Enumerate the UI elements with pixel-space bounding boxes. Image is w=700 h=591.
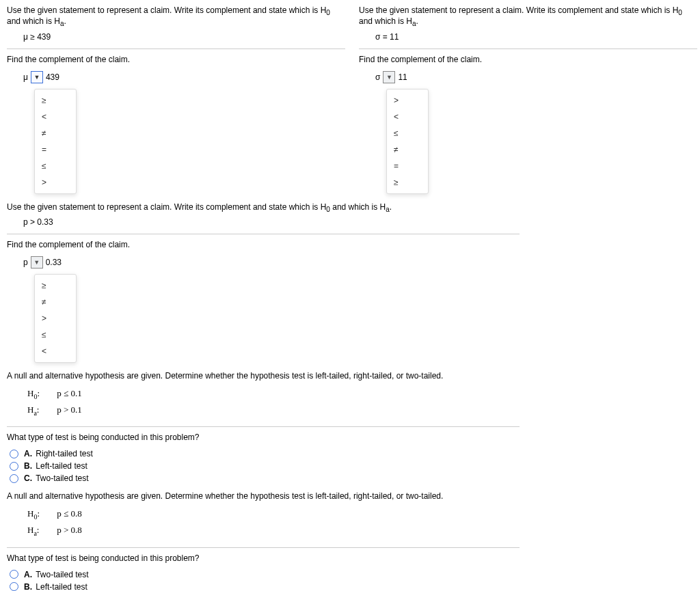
opt-letter: B. — [24, 461, 32, 471]
q1-option[interactable]: ≥ — [35, 92, 76, 109]
opt-text: Two-tailed test — [36, 473, 88, 483]
q3-find: Find the complement of the claim. — [7, 240, 520, 249]
q1-option[interactable]: < — [35, 109, 76, 125]
opt-text: Two-tailed test — [36, 570, 88, 579]
q3-option[interactable]: > — [35, 310, 76, 327]
q4-option-b[interactable]: B. Left-tailed test — [10, 461, 520, 471]
q5-option-b[interactable]: B. Left-tailed test — [10, 582, 520, 591]
q4-h0-expr: p ≤ 0.1 — [57, 388, 81, 398]
q4-option-c[interactable]: C. Two-tailed test — [10, 473, 520, 483]
divider — [7, 426, 520, 427]
q2-prompt-text-2: and which is H — [359, 16, 412, 26]
q1-claim: μ ≥ 439 — [7, 32, 345, 42]
radio-icon[interactable] — [10, 570, 18, 579]
q5-option-a[interactable]: A. Two-tailed test — [10, 570, 520, 579]
q3-value: 0.33 — [46, 258, 62, 267]
q2-option[interactable]: < — [387, 109, 428, 125]
q1-dropdown-trigger[interactable]: ▼ — [31, 71, 43, 83]
sub-0: 0 — [326, 9, 330, 16]
q4-h0: H0: p ≤ 0.1 — [27, 386, 520, 402]
q1-prompt-text-1: Use the given statement to represent a c… — [7, 5, 326, 15]
h-label: H — [27, 525, 33, 535]
q4-ha-expr: p > 0.1 — [57, 404, 82, 415]
q1-option[interactable]: = — [35, 141, 76, 158]
q1-find: Find the complement of the claim. — [7, 55, 345, 64]
q2-prompt-text-1: Use the given statement to represent a c… — [359, 5, 678, 15]
radio-icon[interactable] — [10, 474, 18, 483]
q3-option[interactable]: ≠ — [35, 294, 76, 310]
q2-param: σ — [375, 72, 380, 82]
q2-value: 11 — [398, 72, 407, 82]
opt-letter: A. — [24, 449, 32, 458]
q5-hypotheses: H0: p ≤ 0.8 Ha: p > 0.8 — [7, 506, 520, 538]
q1-prompt-text-3: . — [64, 16, 66, 26]
q2-claim: σ = 11 — [359, 32, 697, 42]
opt-text: Right-tailed test — [36, 449, 92, 458]
q1-option[interactable]: > — [35, 174, 76, 191]
q1-dropdown-list: ≥ < ≠ = ≤ > — [34, 89, 77, 194]
q2-find: Find the complement of the claim. — [359, 55, 697, 64]
q1-prompt-text-2: and which is H — [7, 16, 60, 26]
q2-option[interactable]: ≠ — [387, 141, 428, 158]
opt-text: Left-tailed test — [36, 582, 87, 591]
q2-option[interactable]: ≤ — [387, 125, 428, 141]
q3-option[interactable]: < — [35, 343, 76, 359]
question-2: Use the given statement to represent a c… — [359, 5, 697, 194]
h-label: H — [27, 508, 33, 519]
q4-question: What type of test is being conducted in … — [7, 432, 520, 442]
question-3: Use the given statement to represent a c… — [7, 202, 520, 363]
q3-option[interactable]: ≤ — [35, 327, 76, 343]
q2-prompt-text-3: . — [416, 16, 418, 26]
h-label: H — [27, 404, 33, 415]
q3-param: p — [23, 258, 28, 267]
q1-param: μ — [23, 72, 28, 82]
q5-question: What type of test is being conducted in … — [7, 553, 520, 563]
q3-dropdown-trigger[interactable]: ▼ — [31, 256, 43, 269]
q4-prompt: A null and alternative hypothesis are gi… — [7, 371, 520, 381]
q3-complement-row: p ▼ 0.33 — [7, 256, 520, 269]
question-5: A null and alternative hypothesis are gi… — [7, 491, 520, 591]
q3-prompt-text-1: Use the given statement to represent a c… — [7, 202, 326, 212]
radio-icon[interactable] — [10, 462, 18, 471]
h-label: H — [27, 388, 33, 398]
q2-prompt: Use the given statement to represent a c… — [359, 5, 697, 28]
q3-prompt-text-3: . — [390, 202, 392, 212]
radio-icon[interactable] — [10, 582, 18, 591]
q5-h0-expr: p ≤ 0.8 — [57, 508, 81, 519]
q1-option[interactable]: ≠ — [35, 125, 76, 141]
q1-complement-row: μ ▼ 439 — [7, 71, 345, 83]
divider — [359, 49, 697, 49]
opt-letter: A. — [24, 570, 32, 579]
q2-dropdown-trigger[interactable]: ▼ — [383, 71, 395, 83]
q3-prompt-text-2: and which is H — [330, 202, 386, 212]
q4-ha: Ha: p > 0.1 — [27, 402, 520, 419]
q5-h0: H0: p ≤ 0.8 — [27, 506, 520, 523]
opt-letter: B. — [24, 582, 32, 591]
top-row: Use the given statement to represent a c… — [7, 5, 693, 194]
question-4: A null and alternative hypothesis are gi… — [7, 371, 520, 483]
q5-ha-expr: p > 0.8 — [57, 525, 82, 535]
divider — [7, 49, 345, 49]
q5-ha: Ha: p > 0.8 — [27, 523, 520, 539]
opt-text: Left-tailed test — [36, 461, 87, 471]
radio-icon[interactable] — [10, 450, 18, 458]
q2-option[interactable]: = — [387, 158, 428, 174]
q2-complement-row: σ ▼ 11 — [359, 71, 697, 83]
q3-claim: p > 0.33 — [7, 217, 520, 227]
q1-prompt: Use the given statement to represent a c… — [7, 5, 345, 28]
q2-option[interactable]: ≥ — [387, 174, 428, 191]
q5-prompt: A null and alternative hypothesis are gi… — [7, 491, 520, 501]
question-1: Use the given statement to represent a c… — [7, 5, 345, 194]
opt-letter: C. — [24, 473, 32, 483]
sub-0: 0 — [678, 9, 682, 16]
q1-option[interactable]: ≤ — [35, 158, 76, 174]
divider — [7, 234, 520, 234]
divider — [7, 547, 520, 548]
q3-dropdown-list: ≥ ≠ > ≤ < — [34, 274, 77, 363]
q3-option[interactable]: ≥ — [35, 277, 76, 294]
q3-prompt: Use the given statement to represent a c… — [7, 202, 520, 213]
q4-hypotheses: H0: p ≤ 0.1 Ha: p > 0.1 — [7, 386, 520, 418]
q1-value: 439 — [46, 72, 59, 82]
q2-option[interactable]: > — [387, 92, 428, 109]
q4-option-a[interactable]: A. Right-tailed test — [10, 449, 520, 458]
